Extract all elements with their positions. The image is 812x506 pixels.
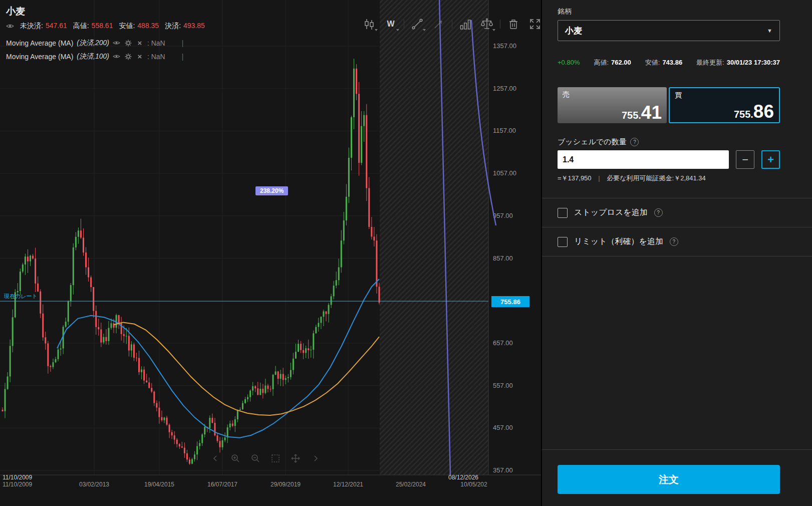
quantity-row: − + <box>558 150 780 169</box>
stat-low: 安値:488.35 <box>119 22 159 31</box>
order-section: 注文 <box>542 450 812 506</box>
quote-high: 高値:762.00 <box>594 58 631 67</box>
price-tick-label: 857.00 <box>493 255 513 262</box>
close-icon[interactable]: × <box>136 39 144 47</box>
date-tick-label: 25/02/2024 <box>396 481 426 488</box>
scroll-left-icon[interactable] <box>209 452 221 464</box>
sell-label: 売 <box>563 90 570 99</box>
help-icon[interactable]: ? <box>670 237 678 246</box>
gear-icon[interactable] <box>124 53 132 61</box>
fib-extension-label[interactable]: 238.20% <box>255 186 288 195</box>
date-tick-label: 11/10/2009 <box>3 481 32 488</box>
date-tick-label: 12/12/2021 <box>333 481 363 488</box>
symbol-select[interactable]: 小麦 ▼ <box>558 20 780 41</box>
timeframe-button[interactable]: W <box>382 15 399 33</box>
compare-scales-icon[interactable] <box>478 15 495 33</box>
zoom-out-icon[interactable] <box>249 452 261 464</box>
drawing-anchor-date: 11/10/2009 <box>3 474 32 481</box>
price-tick-label: 1057.00 <box>493 169 516 177</box>
price-tick-label: 1157.00 <box>493 127 516 134</box>
price-tick-label: 957.00 <box>493 212 513 219</box>
zoom-reset-icon[interactable] <box>269 452 282 464</box>
trade-panel: 銘柄 小麦 ▼ +0.80% 高値:762.00 安値:743.86 最終更新:… <box>541 0 812 506</box>
indicator-separator: | <box>182 39 184 47</box>
buy-sell-row: 売 755.41 買 755.86 <box>558 87 780 123</box>
help-icon[interactable]: ? <box>630 138 639 146</box>
chart-title: 小麦 <box>6 5 205 18</box>
indicator-row-ma200[interactable]: Moving Average (MA) (決済,200) × : NaN | <box>6 36 205 50</box>
take-profit-row: リミット（利確）を追加 ? <box>542 227 812 256</box>
date-tick-label: 19/04/2015 <box>144 481 174 488</box>
drawing-anchor-date: 08/12/2026 <box>448 474 478 481</box>
fullscreen-icon[interactable] <box>526 15 544 33</box>
take-profit-checkbox[interactable] <box>558 237 568 247</box>
forecast-icon[interactable] <box>457 15 474 33</box>
buy-button[interactable]: 買 755.86 <box>669 87 780 123</box>
panel-spacer <box>542 257 812 449</box>
delete-drawing-icon[interactable] <box>505 15 522 33</box>
sell-price: 755.41 <box>622 103 662 122</box>
indicator-separator: | <box>182 53 184 61</box>
chart-section: 1357.001257.001157.001057.00957.00857.00… <box>0 0 541 506</box>
indicator-value: : NaN <box>147 53 165 61</box>
change-percent: +0.80% <box>558 59 580 66</box>
quote-updated: 最終更新:30/01/23 17:30:37 <box>696 58 780 67</box>
drawing-tool-icon[interactable] <box>430 15 447 33</box>
indicator-params: (決済,200) <box>77 39 109 48</box>
symbol-label: 銘柄 <box>558 7 780 16</box>
buy-price: 755.86 <box>734 102 774 121</box>
order-button[interactable]: 注文 <box>558 465 780 494</box>
indicator-name: Moving Average (MA) <box>6 53 73 61</box>
price-tick-label: 557.00 <box>493 382 513 389</box>
chevron-down-icon: ▼ <box>767 28 772 34</box>
app: 1357.001257.001157.001057.00957.00857.00… <box>0 0 812 506</box>
chart-style-icon[interactable] <box>361 15 378 33</box>
selected-symbol: 小麦 <box>565 25 582 37</box>
sell-button[interactable]: 売 755.41 <box>558 87 667 123</box>
eye-icon[interactable] <box>6 22 14 30</box>
toolbar-separator <box>404 20 404 29</box>
future-session-hatch <box>380 0 488 475</box>
indicator-row-ma100[interactable]: Moving Average (MA) (決済,100) × : NaN | <box>6 50 205 63</box>
quantity-label-row: ブッシェルでの数量 ? <box>558 137 780 147</box>
chart-toolbar: W <box>361 15 544 33</box>
indicator-value: : NaN <box>147 39 165 47</box>
quantity-input[interactable] <box>558 150 729 169</box>
stop-loss-label: ストップロスを追加 <box>574 207 648 218</box>
zoom-in-icon[interactable] <box>229 452 241 464</box>
date-tick-label: 16/07/2017 <box>207 481 237 488</box>
buy-label: 買 <box>675 91 682 100</box>
price-tick-label: 1357.00 <box>493 42 516 50</box>
quote-row: +0.80% 高値:762.00 安値:743.86 最終更新:30/01/23… <box>558 58 780 67</box>
chart-header: 小麦 未決済:547.61 高値:558.61 安値:488.35 決済:493… <box>6 5 205 63</box>
date-tick-label: 29/09/2019 <box>270 481 301 488</box>
price-tick-label: 1257.00 <box>493 85 516 92</box>
help-icon[interactable]: ? <box>654 208 663 217</box>
quantity-increase-button[interactable]: + <box>761 150 780 169</box>
conversion-row: =￥137,950 | 必要な利用可能証拠金:￥2,841.34 <box>558 174 780 183</box>
indicator-params: (決済,100) <box>77 52 109 61</box>
stop-loss-checkbox[interactable] <box>558 208 568 218</box>
trend-line-tool-icon[interactable] <box>409 15 426 33</box>
ohlc-row: 未決済:547.61 高値:558.61 安値:488.35 決済:493.85 <box>6 22 205 31</box>
eye-icon[interactable] <box>113 39 121 47</box>
price-tick-label: 357.00 <box>493 466 513 474</box>
scroll-right-icon[interactable] <box>310 452 322 464</box>
quantity-label: ブッシェルでの数量 <box>558 137 626 147</box>
stat-open: 未決済:547.61 <box>20 22 67 31</box>
price-tick-label: 457.00 <box>493 424 513 431</box>
move-icon[interactable] <box>290 452 302 464</box>
close-icon[interactable]: × <box>136 53 144 61</box>
toolbar-separator <box>452 20 452 29</box>
indicator-name: Moving Average (MA) <box>6 39 73 47</box>
stop-loss-row: ストップロスを追加 ? <box>542 198 812 227</box>
date-tick-label: 03/02/2013 <box>79 481 109 488</box>
toolbar-separator <box>500 20 500 29</box>
stat-close: 決済:493.85 <box>165 22 205 31</box>
stat-high: 高値:558.61 <box>73 22 113 31</box>
eye-icon[interactable] <box>113 53 121 61</box>
gear-icon[interactable] <box>124 39 132 47</box>
price-tick-label: 657.00 <box>493 339 513 347</box>
price-chart[interactable]: 1357.001257.001157.001057.00957.00857.00… <box>0 0 541 506</box>
quantity-decrease-button[interactable]: − <box>736 150 754 169</box>
